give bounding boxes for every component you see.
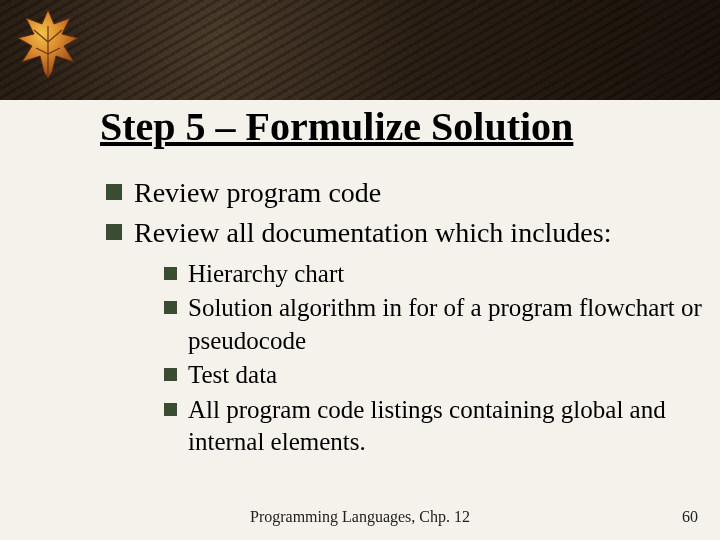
sub-bullet-list: Hierarchy chart Solution algorithm in fo…: [134, 252, 702, 459]
list-item: Review all documentation which includes:…: [106, 214, 702, 459]
list-item: Hierarchy chart: [164, 258, 702, 291]
bullet-list: Review program code Review all documenta…: [18, 174, 702, 459]
list-item: Test data: [164, 359, 702, 392]
list-item: Review program code: [106, 174, 702, 212]
slide-content: Step 5 – Formulize Solution Review progr…: [0, 100, 720, 540]
footer-text: Programming Languages, Chp. 12: [250, 508, 470, 526]
list-item-label: Review all documentation which includes:: [134, 217, 611, 248]
slide-title: Step 5 – Formulize Solution: [18, 100, 702, 174]
decorative-banner: [0, 0, 720, 100]
list-item: Solution algorithm in for of a program f…: [164, 292, 702, 357]
list-item: All program code listings containing glo…: [164, 394, 702, 459]
page-number: 60: [682, 508, 698, 526]
maple-leaf-icon: [14, 6, 82, 84]
slide-footer: Programming Languages, Chp. 12 60: [0, 508, 720, 530]
